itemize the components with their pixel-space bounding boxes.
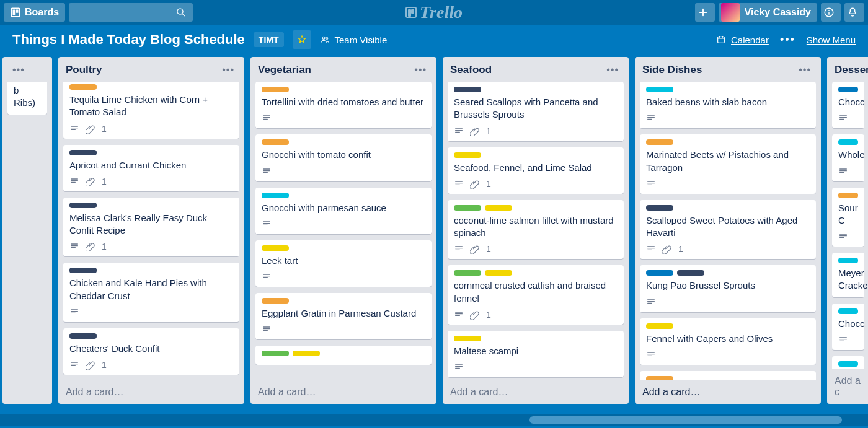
card-badges: 1 — [454, 179, 618, 189]
horizontal-scrollbar[interactable] — [0, 414, 868, 426]
card[interactable]: Chicken and Kale Hand Pies with Cheddar … — [63, 263, 239, 322]
visibility-button[interactable]: Team Visible — [320, 35, 388, 45]
scrollbar-thumb[interactable] — [529, 416, 842, 424]
svg-point-6 — [828, 10, 830, 11]
card-badges — [262, 113, 425, 123]
card-labels — [646, 270, 810, 276]
card[interactable]: Chocc — [832, 304, 864, 350]
card[interactable]: Gnocchi with parmesan sauce — [255, 188, 432, 234]
add-card-button[interactable]: Add a card… — [58, 380, 244, 404]
description-icon — [69, 124, 79, 134]
list-body[interactable]: Seared Scallops with Pancetta and Brusse… — [443, 82, 629, 380]
card-title: Meyer Cracke — [838, 267, 858, 292]
card[interactable]: Scalloped Sweet Potatoes with Aged Havar… — [640, 200, 816, 260]
card[interactable]: Baked beans with slab bacon — [640, 82, 816, 128]
add-card-button[interactable] — [2, 391, 52, 404]
card[interactable]: Eggplant Gratin in Parmesan Custard — [255, 293, 432, 339]
list-title[interactable]: Side Dishes — [642, 64, 702, 76]
attachment-icon — [470, 179, 480, 189]
card[interactable]: cornmeal crusted catfish and braised fen… — [448, 265, 624, 325]
card[interactable] — [255, 346, 432, 365]
card-label — [646, 87, 673, 92]
description-icon — [262, 219, 272, 229]
card-title: Eggplant Gratin in Parmesan Custard — [262, 307, 425, 320]
card[interactable]: Gnocchi with tomato confit — [255, 134, 432, 181]
search-input[interactable] — [69, 3, 193, 22]
board-header: Things I Made Today Blog Schedule TIMT T… — [0, 25, 868, 55]
card[interactable]: Chocc — [832, 356, 864, 369]
card[interactable]: Fennel with Capers and Olives — [640, 318, 816, 365]
attachment-count: 1 — [102, 360, 107, 370]
info-button[interactable] — [821, 3, 841, 22]
card[interactable]: Tortellini with dried tomatoes and butte… — [255, 82, 432, 128]
card[interactable]: Kung Pao Brussel Sprouts — [640, 265, 816, 312]
card[interactable]: coconut-lime salmon fillet with mustard … — [448, 200, 624, 260]
card-labels — [454, 270, 618, 276]
card-labels — [454, 87, 618, 92]
app-logo[interactable]: Trello — [405, 2, 463, 22]
boards-button[interactable]: Boards — [4, 3, 65, 22]
description-icon — [838, 167, 848, 177]
board-shortcode[interactable]: TIMT — [254, 32, 284, 47]
star-button[interactable] — [293, 30, 311, 49]
list-menu-button[interactable]: ••• — [10, 63, 27, 77]
list-title[interactable]: Seafood — [450, 64, 492, 76]
list-body[interactable]: ChoccWholeSour CMeyer CrackeChoccChocc — [827, 82, 868, 369]
description-icon — [646, 297, 656, 307]
card-label — [262, 193, 289, 198]
notifications-button[interactable] — [844, 3, 864, 22]
board-title[interactable]: Things I Made Today Blog Schedule — [12, 32, 245, 48]
card-title: Kung Pao Brussel Sprouts — [646, 279, 810, 292]
avatar — [721, 3, 740, 22]
card-label — [262, 351, 289, 356]
user-menu-button[interactable]: Vicky Cassidy — [719, 3, 817, 22]
board-canvas[interactable]: •••b Ribs)Poultry•••Tequila Lime Chicken… — [0, 55, 868, 411]
add-card-button[interactable]: Add a c — [827, 369, 868, 404]
card-badges: 1 — [454, 126, 618, 136]
card-label — [646, 270, 673, 276]
list-menu-button[interactable]: ••• — [604, 63, 621, 77]
card-labels — [262, 193, 425, 198]
list-title[interactable]: Vegetarian — [258, 64, 311, 76]
calendar-button[interactable]: Calendar — [716, 35, 769, 45]
list-body[interactable]: b Ribs) — [2, 82, 52, 391]
card[interactable]: Seared Scallops with Pancetta and Brusse… — [448, 82, 624, 141]
card[interactable]: b Ribs) — [7, 82, 47, 115]
card[interactable]: Whole — [832, 134, 864, 181]
list-title[interactable]: Poultry — [66, 64, 102, 76]
attachment-count: 1 — [102, 124, 107, 134]
card[interactable]: Chocc — [832, 82, 864, 128]
description-icon — [262, 325, 272, 334]
list-menu-button[interactable]: ••• — [796, 63, 813, 77]
card[interactable]: Apricot and Currant Chicken1 — [63, 145, 239, 191]
card[interactable]: Meyer Cracke — [832, 253, 864, 297]
card[interactable]: Maltese scampi — [448, 331, 624, 377]
card[interactable]: Tequila Lime Chicken with Corn + Tomato … — [63, 82, 239, 139]
card[interactable]: Seafood, Fennel, and Lime Salad1 — [448, 147, 624, 194]
create-button[interactable] — [695, 3, 715, 22]
add-card-button[interactable]: Add a card… — [635, 380, 821, 404]
attachment-count: 1 — [102, 177, 107, 186]
card[interactable]: Melissa Clark's Really Easy Duck Confit … — [63, 198, 239, 257]
show-menu-button[interactable]: Show Menu — [807, 35, 856, 45]
add-card-button[interactable]: Add a card… — [250, 380, 436, 404]
card-badges: 1 — [454, 244, 618, 254]
list-body[interactable]: Tequila Lime Chicken with Corn + Tomato … — [58, 82, 244, 380]
svg-rect-10 — [718, 37, 725, 43]
list-body[interactable]: Baked beans with slab baconMarinated Bee… — [635, 82, 821, 380]
card-labels — [838, 308, 858, 314]
card[interactable]: Marinated Beets w/ Pistachios and Tarrag… — [640, 134, 816, 194]
card-badges: 1 — [646, 244, 810, 254]
search-icon — [175, 7, 187, 18]
add-card-button[interactable]: Add a card… — [443, 380, 629, 404]
svg-rect-1 — [13, 10, 16, 15]
card[interactable] — [640, 371, 816, 380]
list-title[interactable]: Desser — [835, 64, 868, 76]
list-body[interactable]: Tortellini with dried tomatoes and butte… — [250, 82, 436, 380]
card-badges — [838, 113, 858, 123]
list-menu-button[interactable]: ••• — [219, 63, 237, 77]
card[interactable]: Sour C — [832, 188, 864, 247]
card[interactable]: Cheaters' Duck Confit1 — [63, 328, 239, 375]
card[interactable]: Leek tart — [255, 240, 432, 287]
list-menu-button[interactable]: ••• — [412, 63, 429, 77]
